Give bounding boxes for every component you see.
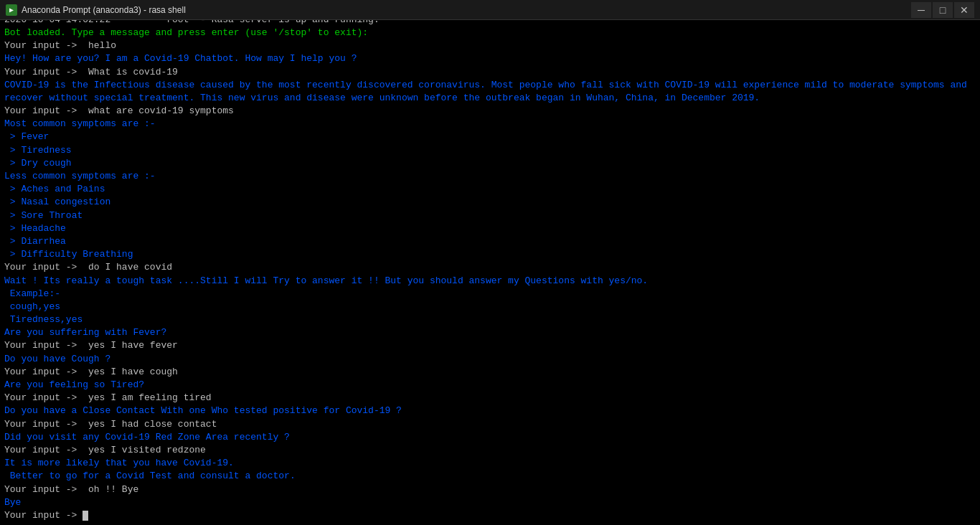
terminal-line: Your input -> yes I am feeling tired xyxy=(4,392,976,405)
terminal-line: 2020-10-04 14:02:22 root - Rasa server i… xyxy=(4,20,976,27)
title-bar: ▶ Anaconda Prompt (anaconda3) - rasa she… xyxy=(0,0,980,20)
terminal-line: Did you visit any Covid-19 Red Zone Area… xyxy=(4,431,976,444)
terminal-line: Are you suffering with Fever? xyxy=(4,326,976,339)
terminal-line: It is more likely that you have Covid-19… xyxy=(4,457,976,470)
terminal-cursor xyxy=(83,511,88,521)
terminal-line: Your input -> hello xyxy=(4,39,976,52)
terminal-content[interactable]: (rasaenv) C:\Users\RITCDEV01\Documents\I… xyxy=(0,20,980,525)
terminal-line: > Sore Throat xyxy=(4,209,976,222)
terminal-line: Your input -> do I have covid xyxy=(4,261,976,274)
terminal-line: Hey! How are you? I am a Covid-19 Chatbo… xyxy=(4,52,976,65)
terminal-line: Your input -> yes I have cough xyxy=(4,366,976,379)
terminal-line: cough,yes xyxy=(4,301,976,313)
terminal-line: > Fever xyxy=(4,131,976,143)
terminal-line: Example:- xyxy=(4,288,976,301)
terminal-line: > Dry cough xyxy=(4,157,976,170)
app-icon: ▶ xyxy=(6,4,17,16)
terminal-line: > Nasal congestion xyxy=(4,196,976,209)
terminal-line: Bye xyxy=(4,496,976,509)
terminal-line: Your input -> xyxy=(4,509,976,522)
minimize-button[interactable]: ─ xyxy=(911,2,931,18)
terminal-line: Your input -> what are covid-19 symptoms xyxy=(4,105,976,118)
window-title: Anaconda Prompt (anaconda3) - rasa shell xyxy=(22,5,907,15)
terminal-line: Your input -> yes I had close contact xyxy=(4,418,976,431)
terminal-line: Your input -> What is covid-19 xyxy=(4,66,976,79)
terminal-line: Do you have a Close Contact With one Who… xyxy=(4,405,976,417)
terminal-line: Wait ! Its really a tough task ....Still… xyxy=(4,275,976,288)
terminal-line: Less common symptoms are :- xyxy=(4,170,976,183)
terminal-line: Are you feeling so Tired? xyxy=(4,379,976,392)
terminal-line: Tiredness,yes xyxy=(4,313,976,326)
terminal-line: Your input -> yes I have fever xyxy=(4,339,976,352)
terminal-line: > Diarrhea xyxy=(4,235,976,248)
terminal-window: ▶ Anaconda Prompt (anaconda3) - rasa she… xyxy=(0,0,980,525)
terminal-line: > Headache xyxy=(4,222,976,235)
terminal-line: Do you have Cough ? xyxy=(4,353,976,366)
maximize-button[interactable]: □ xyxy=(933,2,953,18)
terminal-line: > Aches and Pains xyxy=(4,183,976,196)
terminal-line: COVID-19 is the Infectious disease cause… xyxy=(4,79,976,105)
close-button[interactable]: ✕ xyxy=(954,2,974,18)
terminal-line: > Tiredness xyxy=(4,144,976,157)
terminal-line: Your input -> oh !! Bye xyxy=(4,483,976,496)
terminal-line: Bot loaded. Type a message and press ent… xyxy=(4,27,976,39)
window-controls: ─ □ ✕ xyxy=(911,2,974,18)
terminal-line: Most common symptoms are :- xyxy=(4,118,976,131)
terminal-line: Better to go for a Covid Test and consul… xyxy=(4,470,976,483)
terminal-line: Your input -> yes I visited redzone xyxy=(4,444,976,457)
terminal-line: > Difficulty Breathing xyxy=(4,248,976,261)
